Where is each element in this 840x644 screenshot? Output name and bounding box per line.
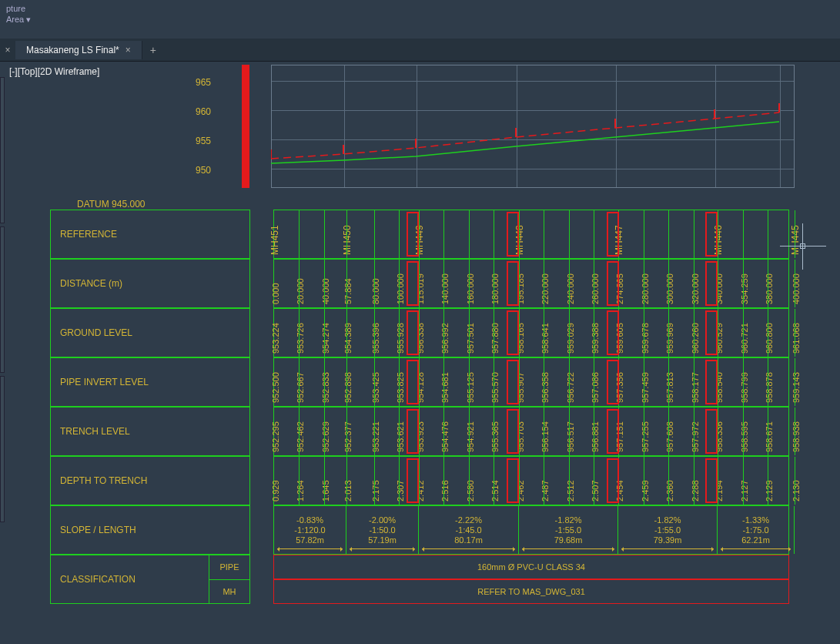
data-invert: 952.500952.667952.833952.898953.425953.8… <box>273 357 789 407</box>
value-cell: 960.721 <box>740 323 749 354</box>
row-classification: CLASSIFICATION PIPE MH 160mm Ø PVC-U CLA… <box>50 555 789 604</box>
model-viewport[interactable]: [-][Top][2D Wireframe] 965 960 955 950 <box>0 62 840 644</box>
value-cell: 958.878 <box>765 372 774 403</box>
value-cell: 954.389 <box>343 323 353 354</box>
value-cell: 400.000 <box>791 273 801 304</box>
value-cell: 2.130 <box>791 480 801 501</box>
data-trench: 952.295952.462952.629952.377953.221953.6… <box>273 407 789 456</box>
add-tab-button[interactable]: + <box>142 44 164 56</box>
label-invert: PIPE INVERT LEVEL <box>50 357 250 407</box>
value-cell: 952.377 <box>343 421 353 452</box>
value-cell: 956.722 <box>566 372 575 403</box>
datum-label: DATUM 945.000 <box>77 199 145 210</box>
value-cell: 958.799 <box>740 372 749 403</box>
value-cell: 2.129 <box>765 480 774 501</box>
close-tab-icon[interactable]: × <box>125 45 131 55</box>
value-cell: 957.356 <box>615 372 624 403</box>
data-ground: 953.224953.726954.274954.389955.396955.9… <box>273 308 789 357</box>
value-cell: 958.540 <box>715 372 724 403</box>
value-cell: 140.000 <box>440 273 450 304</box>
value-cell: 1.264 <box>296 480 305 501</box>
value-cell: 115.019 <box>416 273 425 304</box>
value-cell: 957.151 <box>615 421 624 452</box>
value-cell: 958.641 <box>540 323 550 354</box>
long-section-table: REFERENCE MH451MH450MH449MH448MH447MH446… <box>50 210 789 604</box>
value-cell: 961.068 <box>791 323 801 354</box>
value-cell: 40.000 <box>321 278 330 304</box>
value-cell: 953.224 <box>271 323 280 354</box>
value-cell: 952.462 <box>296 421 305 452</box>
viewport-label[interactable]: [-][Top][2D Wireframe] <box>9 66 99 77</box>
profile-graph: 965 960 955 950 <box>216 65 795 188</box>
value-cell: 320.000 <box>691 273 700 304</box>
value-cell: 960.800 <box>765 323 774 354</box>
value-cell: 2.512 <box>566 480 575 501</box>
value-cell: 300.000 <box>665 273 674 304</box>
reference-label: MH446 <box>713 225 724 255</box>
value-cell: 952.898 <box>343 372 353 403</box>
value-cell: 180.000 <box>490 273 500 304</box>
value-cell: 280.000 <box>641 273 650 304</box>
value-cell: 955.928 <box>396 323 405 354</box>
row-slope: SLOPE / LENGTH -0.83%-1:120.057.82m-2.00… <box>50 505 789 555</box>
drawing-tab[interactable]: Masakaneng LS Final* × <box>15 41 142 59</box>
value-cell: 340.000 <box>715 273 724 304</box>
reference-label: MH451 <box>269 225 280 255</box>
value-cell: 953.825 <box>396 372 405 403</box>
data-distance: 0.00020.00040.00057.88480.000100.000115.… <box>273 259 789 308</box>
value-cell: 957.880 <box>490 323 500 354</box>
value-cell: 2.127 <box>740 480 749 501</box>
value-cell: 240.000 <box>566 273 575 304</box>
label-depth: DEPTH TO TRENCH <box>50 456 250 505</box>
reference-label: MH448 <box>514 225 525 255</box>
row-distance: DISTANCE (m) 0.00020.00040.00057.88480.0… <box>50 259 789 308</box>
value-cell: 354.259 <box>740 273 749 304</box>
document-tabs: × Masakaneng LS Final* × + <box>0 39 840 62</box>
value-cell: 953.621 <box>396 421 405 452</box>
value-cell: 2.454 <box>615 480 624 501</box>
value-cell: 956.358 <box>540 372 550 403</box>
slope-segment: -2.22%-1:45.080.17m <box>419 506 519 554</box>
value-cell: 952.629 <box>321 421 330 452</box>
value-cell: 957.813 <box>665 372 674 403</box>
value-cell: 952.667 <box>296 372 305 403</box>
value-cell: 957.972 <box>691 421 700 452</box>
reference-label: MH445 <box>790 225 801 255</box>
value-cell: 957.255 <box>641 421 650 452</box>
y-axis-ticks: 965 960 955 950 <box>188 65 214 188</box>
value-cell: 2.288 <box>691 480 700 501</box>
value-cell: 953.221 <box>371 421 380 452</box>
value-cell: 955.907 <box>516 372 525 403</box>
value-cell: 955.703 <box>516 421 525 452</box>
reference-label: MH447 <box>614 225 624 255</box>
value-cell: 954.128 <box>416 372 425 403</box>
data-classification: 160mm Ø PVC-U CLASS 34 REFER TO MAS_DWG_… <box>273 555 789 604</box>
slope-segment: -1.82%-1:55.079.68m <box>519 506 618 554</box>
value-cell: 956.881 <box>591 421 600 452</box>
value-cell: 956.154 <box>540 421 550 452</box>
value-cell: 958.671 <box>765 421 774 452</box>
value-cell: 80.000 <box>371 278 380 304</box>
data-depth: 0.9291.2641.6452.0132.1752.3072.4122.516… <box>273 456 789 505</box>
label-pipe: PIPE <box>209 555 249 580</box>
label-classification: CLASSIFICATION PIPE MH <box>50 555 250 604</box>
row-depth: DEPTH TO TRENCH 0.9291.2641.6452.0132.17… <box>50 456 789 505</box>
value-cell: 0.929 <box>271 480 280 501</box>
value-cell: 960.260 <box>691 323 700 354</box>
value-cell: 2.514 <box>490 480 500 501</box>
value-cell: 959.143 <box>791 372 801 403</box>
value-cell: 2.013 <box>343 480 353 501</box>
value-cell: 959.029 <box>566 323 575 354</box>
data-slope: -0.83%-1:120.057.82m-2.00%-1:50.057.19m-… <box>273 505 789 555</box>
value-cell: 956.992 <box>440 323 450 354</box>
value-cell: 220.000 <box>540 273 550 304</box>
value-cell: 2.307 <box>396 480 405 501</box>
value-cell: 955.396 <box>371 323 380 354</box>
profile-lines <box>271 65 795 188</box>
row-invert: PIPE INVERT LEVEL 952.500952.667952.8339… <box>50 357 789 407</box>
tool-palette-edge[interactable] <box>0 77 8 539</box>
value-cell: 260.000 <box>591 273 600 304</box>
value-cell: 958.595 <box>740 421 749 452</box>
close-app-icon[interactable]: × <box>0 45 15 55</box>
value-cell: 954.476 <box>440 421 450 452</box>
